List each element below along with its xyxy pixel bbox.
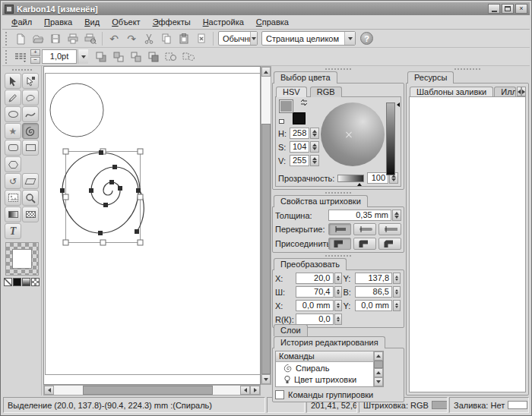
zoom-tool[interactable] [22,190,39,206]
rounded-rectangle-tool[interactable] [5,140,21,156]
view-mode-combo[interactable]: Обычный [218,31,258,46]
tab-rgb[interactable]: RGB [310,87,342,97]
zoom-combo[interactable]: Страница целиком [261,31,356,46]
hue-field[interactable]: 258 [290,128,309,139]
lower-button[interactable] [128,49,144,65]
undo-button[interactable]: ↶ [106,30,122,46]
stroke-width-increase-button[interactable]: + [30,49,40,56]
width-field[interactable]: 70,4 mm [296,286,334,298]
select-tool[interactable] [5,73,21,89]
scroll-down-button[interactable] [261,374,271,384]
scroll-thumb[interactable] [261,124,271,374]
shear-x-field[interactable]: 0,0 mm [296,300,334,311]
dock-grip[interactable] [454,68,480,70]
menu-edit[interactable]: Правка [38,16,78,28]
opacity-marker[interactable] [357,183,362,186]
open-button[interactable] [30,30,46,46]
rectangle-tool[interactable] [22,140,39,156]
raise-button[interactable] [110,49,127,65]
print-preview-button[interactable] [82,30,99,46]
rotation-stepper[interactable] [334,314,342,325]
freehand-tool[interactable] [22,90,39,106]
star-tool[interactable]: ★ [5,123,21,139]
copy-button[interactable] [158,30,175,46]
document-canvas[interactable] [44,67,261,385]
stroke-width-dropdown-button[interactable] [78,49,88,64]
horizontal-scrollbar[interactable] [43,385,261,396]
value-slider[interactable] [386,102,395,175]
menu-file[interactable]: Файл [5,16,38,28]
background-color-swatch[interactable] [293,112,306,124]
x-field[interactable]: 20,0 mm [296,273,334,284]
join-miter-button[interactable] [328,238,351,250]
scroll-left-button[interactable] [44,386,54,395]
foreground-background-swatches[interactable] [280,100,306,124]
scroll-thumb[interactable] [83,386,213,395]
color-wheel[interactable] [321,102,385,166]
scroll-up-button[interactable] [261,67,271,77]
height-stepper[interactable] [393,286,401,298]
color-panel-tab[interactable]: Выбор цвета [274,71,337,84]
shear-tool[interactable] [22,173,39,189]
scroll-up-button-2[interactable] [374,368,383,377]
page[interactable] [46,74,261,375]
menu-object[interactable]: Объект [106,16,146,28]
y-stepper[interactable] [393,273,401,284]
paste-button[interactable] [176,30,192,46]
menu-settings[interactable]: Настройка [197,16,250,28]
pattern-tool[interactable] [22,206,39,222]
color-wheel-cursor[interactable] [345,131,353,139]
cut-button[interactable] [141,30,157,46]
shear-x-stepper[interactable] [334,300,342,311]
ungroup-button[interactable] [180,49,197,65]
value-field[interactable]: 255 [290,155,309,166]
gradient-tool[interactable] [5,206,21,222]
cap-square-button[interactable] [378,223,401,235]
value-slider-marker[interactable] [397,102,400,107]
tab-hsv[interactable]: HSV [276,87,307,97]
dock-grip[interactable] [325,192,351,194]
scroll-track[interactable] [213,386,240,395]
x-stepper[interactable] [334,273,342,284]
foreground-color-swatch[interactable] [280,100,293,112]
command-list-header[interactable]: Команды [276,351,383,362]
shear-y-field[interactable]: 0,0 mm [355,300,393,311]
saturation-field[interactable]: 104 [290,141,309,153]
resources-tab[interactable]: Ресурсы [407,71,454,84]
toolbar-grip[interactable] [5,50,8,64]
polygon-tool[interactable] [5,156,21,172]
titlebar[interactable]: Karbon14 [изменён] × [2,2,530,15]
tab-illustrations[interactable]: Иллюстра [494,87,516,96]
help-button[interactable]: ? [360,32,373,45]
value-stepper[interactable] [310,155,319,166]
thickness-field[interactable]: 0,35 mm [328,210,391,221]
command-list[interactable]: Команды Спираль Цвет штриховки [275,351,384,387]
scroll-left-button-2[interactable] [240,386,250,395]
join-bevel-button[interactable] [378,238,401,250]
text-tool[interactable]: T [5,223,21,239]
close-button[interactable]: × [515,4,527,14]
tab-history[interactable]: История редактирования [274,336,385,348]
rotation-field[interactable]: 0,0 [296,314,334,325]
print-button[interactable] [65,30,81,46]
zoom-dropdown-button[interactable] [344,32,355,45]
opacity-field[interactable]: 100 [367,172,388,184]
scroll-up-button[interactable] [374,351,383,361]
saturation-stepper[interactable] [310,141,319,153]
scroll-thumb[interactable] [374,361,383,368]
history-item-spiral[interactable]: Спираль [276,362,383,373]
toolbar-grip[interactable] [5,32,8,46]
twirl-tool[interactable]: ↺ [5,173,21,189]
scroll-track[interactable] [261,77,271,124]
stroke-width-field[interactable]: 1,0pt [42,49,77,64]
line-style-button[interactable] [12,49,29,65]
toolbox-grip[interactable] [12,69,32,71]
vertical-scrollbar[interactable] [261,66,271,385]
view-mode-dropdown-button[interactable] [250,32,257,45]
fill-stroke-preview[interactable] [5,242,39,276]
node-edit-tool[interactable] [22,73,39,89]
maximize-button[interactable] [502,4,514,14]
shear-y-stepper[interactable] [393,300,401,311]
menu-effects[interactable]: Эффекты [147,16,197,28]
cap-butt-button[interactable] [328,223,351,235]
